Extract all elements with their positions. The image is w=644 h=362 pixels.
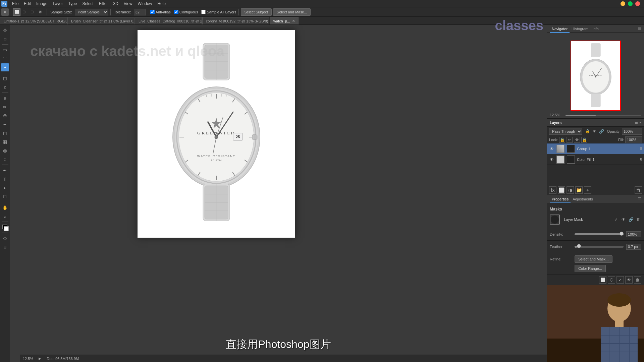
- sample-size-select[interactable]: Point Sample 3 by 3 Average 5 by 5 Avera…: [75, 9, 108, 15]
- add-pixel-mask-btn[interactable]: ⬜: [599, 276, 606, 284]
- magic-wand-tool[interactable]: ✦: [1, 63, 9, 71]
- screen-mode-btn[interactable]: ⊟: [1, 243, 9, 251]
- contiguous-checkbox-label[interactable]: Contiguous: [174, 10, 198, 14]
- add-vector-mask-btn[interactable]: ⬡: [608, 276, 615, 284]
- lock-transparent-btn[interactable]: 🔒: [559, 137, 565, 143]
- panel-options-btn[interactable]: ☰: [638, 26, 641, 31]
- layers-options-btn[interactable]: ☰: [635, 120, 638, 125]
- win-maximize[interactable]: [628, 1, 633, 6]
- delete-mask-btn-2[interactable]: 🗑: [634, 276, 641, 284]
- properties-options-btn[interactable]: ☰: [638, 197, 641, 201]
- eyedropper-tool[interactable]: ⊘: [1, 83, 9, 91]
- disable-mask-btn-2[interactable]: 👁: [625, 276, 633, 284]
- menu-filter[interactable]: Filter: [96, 0, 111, 7]
- dodge-tool[interactable]: ○: [1, 155, 9, 163]
- hand-tool[interactable]: ✋: [1, 203, 9, 212]
- sample-all-layers-checkbox[interactable]: [201, 10, 206, 14]
- add-mask-btn[interactable]: ⬜: [558, 186, 565, 194]
- add-group-btn[interactable]: 📁: [575, 186, 583, 194]
- artboard-tool[interactable]: ⊡: [1, 35, 9, 43]
- anti-alias-checkbox[interactable]: [150, 10, 155, 14]
- select-mask-refine-btn[interactable]: Select and Mask...: [575, 255, 612, 263]
- menu-file[interactable]: File: [9, 0, 21, 7]
- move-tool[interactable]: ✥: [1, 26, 9, 34]
- tab-brush[interactable]: Brush_Cleanser .tif @ 11.6% (Layer 0, RG…: [67, 17, 135, 24]
- link-mask-btn[interactable]: 🔗: [628, 217, 634, 223]
- path-selection-tool[interactable]: ▸: [1, 184, 9, 192]
- layer-eye-group1[interactable]: 👁: [549, 146, 554, 152]
- menu-edit[interactable]: Edit: [21, 0, 34, 7]
- new-layer-btn[interactable]: +: [584, 186, 591, 194]
- sample-all-layers-checkbox-label[interactable]: Sample All Layers: [201, 10, 236, 14]
- pixel-mask-icon[interactable]: [550, 215, 560, 225]
- quick-mask-tool[interactable]: ⊙: [1, 234, 9, 242]
- menu-image[interactable]: Image: [34, 0, 50, 7]
- tab-corona[interactable]: corona_test00192 .tif @ 13% (RGB/8) ✕: [202, 17, 269, 24]
- menu-select[interactable]: Select: [79, 0, 96, 7]
- feather-slider[interactable]: [575, 246, 624, 248]
- foreground-background-color[interactable]: [1, 223, 9, 231]
- layer-color-fill-1[interactable]: 👁 Color Fill 1 8: [547, 154, 644, 165]
- density-slider[interactable]: [575, 233, 624, 235]
- tab-histogram[interactable]: Histogram: [570, 25, 590, 33]
- gradient-tool[interactable]: ▦: [1, 138, 9, 146]
- color-range-btn[interactable]: Color Range...: [575, 265, 606, 272]
- add-selection-btn[interactable]: ⊞: [21, 8, 29, 16]
- menu-window[interactable]: Window: [135, 0, 155, 7]
- win-minimize[interactable]: [621, 1, 625, 6]
- tab-untitled[interactable]: Untitled-1 @ 12.5% (SUBJECT, RGB/8) ✕: [0, 17, 67, 24]
- tab-info[interactable]: Info: [590, 25, 600, 33]
- blur-tool[interactable]: ◎: [1, 146, 9, 155]
- history-brush-tool[interactable]: ↩: [1, 120, 9, 128]
- rectangular-marquee-tool[interactable]: ▭: [1, 46, 9, 54]
- density-input[interactable]: [626, 231, 641, 237]
- menu-type[interactable]: Type: [65, 0, 79, 7]
- link-icon[interactable]: 🔗: [599, 128, 604, 135]
- lock-position-btn[interactable]: ✥: [574, 137, 580, 143]
- add-layer-style-btn[interactable]: fx: [549, 186, 556, 194]
- contiguous-checkbox[interactable]: [174, 10, 178, 14]
- shape-tool[interactable]: □: [1, 192, 9, 200]
- lock-all-btn[interactable]: 🔒: [581, 137, 587, 143]
- select-mask-button[interactable]: Select and Mask...: [273, 8, 311, 16]
- delete-layer-btn[interactable]: 🗑: [635, 186, 642, 194]
- tolerance-input[interactable]: [134, 9, 146, 15]
- zoom-tool[interactable]: ⌕: [1, 212, 9, 220]
- pen-tool[interactable]: ✒: [1, 166, 9, 174]
- spot-healing-tool[interactable]: ⊕: [1, 94, 9, 102]
- menu-3d[interactable]: 3D: [110, 0, 121, 7]
- layers-collapse-btn[interactable]: ▾: [639, 120, 641, 125]
- nav-zoom-slider[interactable]: [566, 115, 641, 116]
- menu-layer[interactable]: Layer: [50, 0, 65, 7]
- lock-icon[interactable]: 🔒: [585, 128, 591, 135]
- arrow-icon[interactable]: ▶: [39, 357, 41, 360]
- visibility-icon[interactable]: 👁: [592, 128, 598, 135]
- layer-eye-fill1[interactable]: 👁: [549, 157, 554, 162]
- subtract-selection-btn[interactable]: ⊟: [29, 8, 37, 16]
- add-adjustment-btn[interactable]: ◑: [567, 186, 574, 194]
- intersect-selection-btn[interactable]: ⊠: [37, 8, 45, 16]
- anti-alias-checkbox-label[interactable]: Anti-alias: [150, 10, 171, 14]
- clone-stamp-tool[interactable]: ⊛: [1, 112, 9, 120]
- opacity-input[interactable]: [622, 128, 642, 135]
- blend-mode-select[interactable]: Pass Through Normal Multiply Screen: [549, 128, 582, 135]
- menu-help[interactable]: Help: [155, 0, 168, 7]
- tab-navigator[interactable]: Navigator: [550, 25, 570, 33]
- crop-tool[interactable]: ⊡: [1, 74, 9, 82]
- adjustments-tab[interactable]: Adjustments: [571, 195, 595, 203]
- new-selection-btn[interactable]: ⬜: [13, 8, 20, 16]
- tab-close-watch[interactable]: ✕: [292, 19, 295, 23]
- select-subject-button[interactable]: Select Subject: [241, 8, 272, 16]
- density-slider-handle[interactable]: [620, 232, 624, 236]
- fill-input[interactable]: [625, 136, 642, 143]
- lasso-tool[interactable]: ⌒: [1, 55, 9, 63]
- brush-tool[interactable]: ✏: [1, 103, 9, 111]
- layer-group-1[interactable]: 👁 Group 1 8: [547, 143, 644, 154]
- enable-mask-btn[interactable]: 👁: [621, 217, 627, 223]
- delete-mask-btn[interactable]: 🗑: [635, 217, 641, 223]
- menu-view[interactable]: View: [121, 0, 135, 7]
- text-tool[interactable]: T: [1, 175, 9, 183]
- tab-live-classes[interactable]: Live_Classes_Catalog_Il00310 .tif @ 24.6…: [135, 17, 202, 24]
- apply-mask-btn[interactable]: ✓: [613, 217, 619, 223]
- canvas-area[interactable]: скачано с kadets.net и qleoa: [10, 25, 547, 362]
